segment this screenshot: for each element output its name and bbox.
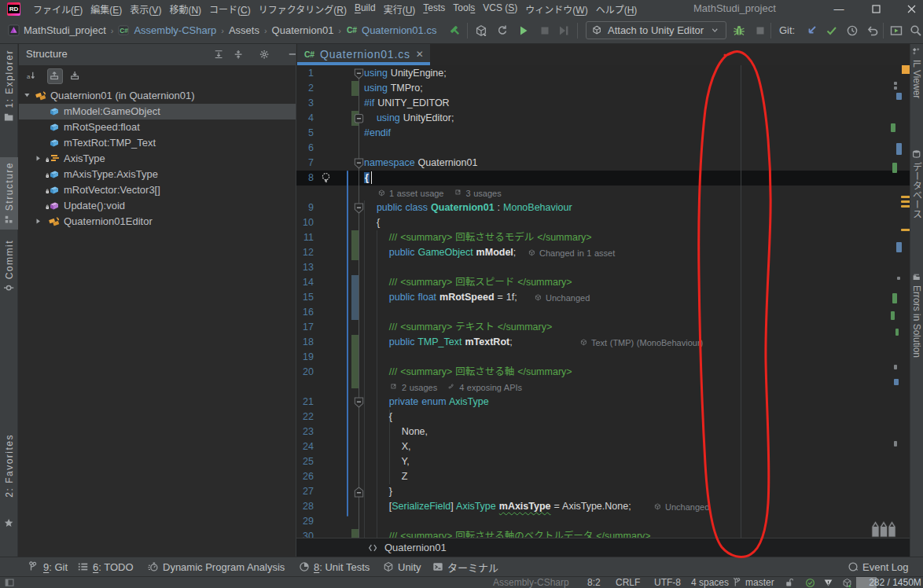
menu-u[interactable]: 実行(U): [380, 0, 420, 18]
run-button[interactable]: [517, 17, 530, 43]
status-4-spaces[interactable]: 4 spaces: [691, 577, 729, 588]
breadcrumb: MathStudi_project›C#Assembly-CSharp›Asse…: [8, 17, 436, 43]
status-utf-8[interactable]: UTF-8: [654, 577, 681, 588]
unity-reload-button[interactable]: [474, 17, 487, 43]
tab-close-icon[interactable]: ✕: [416, 49, 424, 60]
fold-marker-icon[interactable]: [354, 68, 364, 82]
editor-tab-bar: C# Quaternion01.cs ✕: [296, 44, 910, 65]
menu-vcss[interactable]: VCS (S): [479, 0, 521, 18]
stripe--[interactable]: データベース: [910, 149, 923, 219]
code-vision-link[interactable]: 4 exposing APIs: [459, 383, 522, 392]
fold-marker-icon[interactable]: [354, 487, 364, 500]
status-8-2[interactable]: 8:2: [587, 577, 601, 588]
maximize-button[interactable]: [864, 0, 888, 17]
stripe-2-favorites[interactable]: 2: Favorites: [0, 434, 18, 529]
close-button[interactable]: [899, 0, 923, 17]
line-number: 4: [296, 111, 314, 126]
search-everywhere-button[interactable]: [909, 17, 922, 43]
memory-indicator[interactable]: 282 / 1450M: [856, 577, 923, 588]
crumb-quaternion01-cs[interactable]: C#Quaternion01.cs: [346, 24, 436, 36]
menu-r[interactable]: リファクタリング(R): [255, 0, 351, 18]
toolwindow-event-log[interactable]: Event Log: [848, 557, 909, 576]
highlighting-level-icon[interactable]: [823, 577, 833, 588]
collapsed-arrow-icon[interactable]: [35, 155, 42, 163]
fold-marker-icon[interactable]: [354, 397, 364, 410]
code-vision-link[interactable]: 3 usages: [466, 189, 502, 198]
attach-to-unity-button[interactable]: Attach to Unity Editor: [586, 21, 726, 39]
status-assembly-csharp[interactable]: Assembly-CSharp: [493, 577, 569, 588]
refresh-button[interactable]: [495, 17, 509, 43]
code-area[interactable]: 1using UnityEngine;2using TMPro;3#if UNI…: [296, 65, 910, 538]
intention-bulb-icon[interactable]: [320, 172, 332, 184]
tree-item-update[interactable]: Update():void: [19, 198, 296, 214]
fold-marker-icon[interactable]: [354, 158, 364, 171]
expanded-arrow-icon[interactable]: [24, 92, 31, 100]
step-button[interactable]: [557, 17, 570, 43]
menu-build[interactable]: Build: [351, 0, 380, 18]
crumb-mathstudi-project[interactable]: MathStudi_project: [8, 24, 106, 36]
menu-h[interactable]: ヘルプ(H): [592, 0, 642, 18]
toolwindow-unity[interactable]: Unity: [383, 557, 421, 576]
inspections-ok-icon[interactable]: [805, 577, 815, 588]
tree-item-maxistype[interactable]: mAxisType:AxisType: [19, 167, 296, 182]
line-number: 13: [296, 260, 314, 275]
toolwindow-9-git[interactable]: 9: Git: [28, 557, 68, 576]
tree-item-mrotspeed[interactable]: mRotSpeed:float: [19, 119, 296, 135]
crumb-assets[interactable]: Assets: [229, 24, 259, 36]
vcs-rollback-icon: [866, 24, 879, 37]
show-inherited-icon[interactable]: [68, 68, 83, 84]
line-number: 11: [296, 230, 314, 245]
collapse-all-icon[interactable]: [233, 49, 245, 61]
tree-item-mrotvector[interactable]: mRotVector:Vector3[]: [19, 182, 296, 198]
vcs-update-button[interactable]: [805, 17, 818, 43]
crumb-quaternion01[interactable]: Quaternion01: [272, 24, 334, 36]
unity-status-icon[interactable]: [842, 577, 852, 588]
menu-tools[interactable]: Tools: [449, 0, 479, 18]
toolwindow-8-unit-tests[interactable]: 8: Unit Tests: [299, 557, 370, 576]
lock-icon[interactable]: [785, 577, 794, 588]
menu-f[interactable]: ファイル(F): [29, 0, 86, 18]
sort-alpha-icon[interactable]: a: [24, 68, 39, 84]
build-button[interactable]: [448, 17, 462, 43]
vcs-commit-button[interactable]: [825, 17, 838, 43]
collapsed-arrow-icon[interactable]: [35, 218, 42, 226]
gear-icon[interactable]: [259, 49, 271, 61]
stripe-errors-in-solution[interactable]: Errors in Solution: [910, 273, 923, 358]
status-crlf[interactable]: CRLF: [616, 577, 640, 588]
crumb-assembly-csharp[interactable]: C#Assembly-CSharp: [118, 24, 216, 36]
menu-n[interactable]: 移動(N): [165, 0, 205, 18]
breadcrumb-class[interactable]: Quaternion01: [384, 542, 447, 553]
menu-e[interactable]: 編集(E): [86, 0, 126, 18]
minimize-button[interactable]: —: [827, 0, 851, 17]
stripe-1-explorer[interactable]: 1: Explorer: [0, 45, 18, 127]
menu-v[interactable]: 表示(V): [126, 0, 165, 18]
tree-item-axistype[interactable]: AxisType: [19, 151, 296, 167]
menu-w[interactable]: ウィンドウ(W): [521, 0, 591, 18]
tree-item-quaternion01editor[interactable]: Quaternion01Editor: [19, 214, 296, 230]
stop-button[interactable]: [538, 17, 551, 43]
stripe-structure[interactable]: Structure: [0, 157, 18, 230]
menu-tests[interactable]: Tests: [419, 0, 449, 18]
toolwindow-toggle-icon[interactable]: [5, 577, 15, 588]
code-vision-link[interactable]: 1 asset usage: [389, 189, 444, 198]
run-anything-button[interactable]: [889, 17, 903, 43]
vcs-rollback-button[interactable]: [866, 17, 879, 43]
tree-item-quaternion01[interactable]: Quaternion01 (in Quaternion01): [19, 88, 296, 104]
expand-all-icon[interactable]: [213, 49, 226, 61]
git-branch[interactable]: master: [733, 577, 774, 588]
code-vision-link[interactable]: 2 usages: [402, 383, 437, 392]
stop-2-button[interactable]: [753, 17, 767, 43]
fold-marker-icon[interactable]: [354, 203, 364, 216]
toolwindow-6-todo[interactable]: 6: TODO: [78, 557, 134, 576]
tree-item-mtextrot[interactable]: mTextRot:TMP_Text: [19, 135, 296, 151]
menu-c[interactable]: コード(C): [205, 0, 255, 18]
stripe-il-viewer[interactable]: IL Viewer: [910, 47, 923, 98]
fold-marker-icon[interactable]: [354, 113, 364, 127]
toolwindow-dynamic-program-analysis[interactable]: Dynamic Program Analysis: [148, 557, 285, 576]
group-members-icon[interactable]: [47, 68, 63, 84]
stripe-commit[interactable]: Commit: [0, 235, 18, 298]
tree-item-mmodel[interactable]: mModel:GameObject: [19, 104, 296, 119]
toolwindow--[interactable]: ターミナル: [432, 557, 498, 576]
vcs-history-button[interactable]: [845, 17, 859, 43]
debug-attach-button[interactable]: [732, 17, 745, 43]
